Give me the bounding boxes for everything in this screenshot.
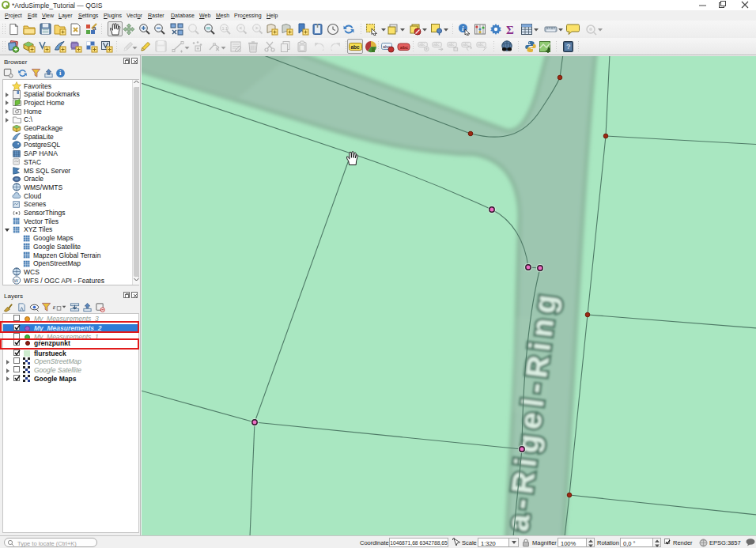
svg-text:?: ? bbox=[566, 43, 571, 51]
svg-text:a: a bbox=[93, 25, 96, 32]
svg-text:abc: abc bbox=[419, 43, 425, 47]
svg-text:W: W bbox=[14, 278, 19, 283]
svg-text:Σ: Σ bbox=[506, 24, 514, 36]
svg-text:abc: abc bbox=[400, 45, 409, 50]
svg-text:1:1: 1:1 bbox=[222, 26, 229, 31]
svg-text:abc: abc bbox=[448, 43, 455, 47]
svg-text:abc: abc bbox=[433, 43, 440, 47]
svg-text:ε: ε bbox=[53, 303, 56, 311]
svg-text:abc: abc bbox=[351, 44, 361, 50]
svg-text:abc: abc bbox=[478, 43, 484, 47]
